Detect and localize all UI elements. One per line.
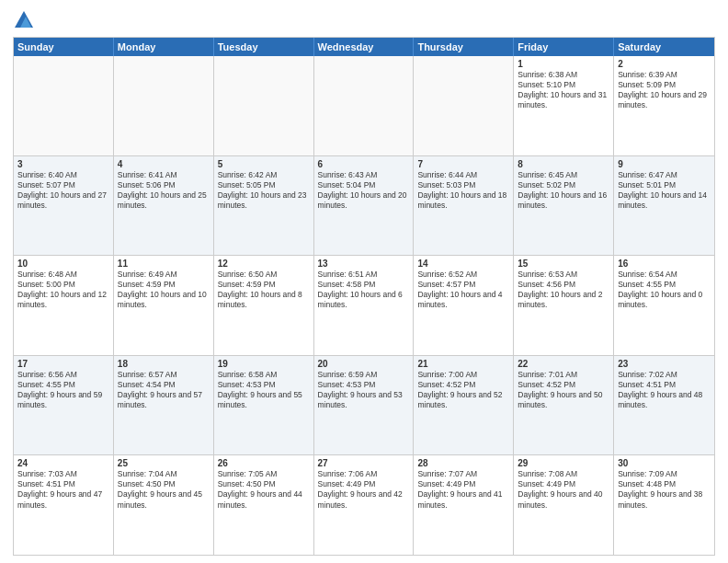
day-info: Sunrise: 7:06 AM Sunset: 4:49 PM Dayligh…: [318, 469, 410, 510]
day-cell: 24Sunrise: 7:03 AM Sunset: 4:51 PM Dayli…: [14, 455, 114, 555]
calendar-row: 24Sunrise: 7:03 AM Sunset: 4:51 PM Dayli…: [14, 454, 714, 555]
day-number: 26: [218, 458, 310, 468]
day-cell: 12Sunrise: 6:50 AM Sunset: 4:59 PM Dayli…: [214, 256, 314, 355]
weekday-header: Friday: [514, 38, 614, 56]
calendar-row: 17Sunrise: 6:56 AM Sunset: 4:55 PM Dayli…: [14, 355, 714, 455]
day-cell: 28Sunrise: 7:07 AM Sunset: 4:49 PM Dayli…: [414, 455, 514, 555]
day-info: Sunrise: 7:08 AM Sunset: 4:49 PM Dayligh…: [518, 469, 609, 510]
calendar-row: 3Sunrise: 6:40 AM Sunset: 5:07 PM Daylig…: [14, 155, 714, 256]
day-cell: 26Sunrise: 7:05 AM Sunset: 4:50 PM Dayli…: [214, 455, 314, 555]
day-number: 30: [618, 458, 711, 468]
day-number: 8: [518, 159, 609, 169]
weekday-header: Tuesday: [214, 38, 314, 56]
day-number: 11: [118, 259, 210, 269]
day-info: Sunrise: 6:58 AM Sunset: 4:53 PM Dayligh…: [218, 370, 310, 410]
day-info: Sunrise: 7:07 AM Sunset: 4:49 PM Dayligh…: [417, 469, 509, 510]
day-cell: 14Sunrise: 6:52 AM Sunset: 4:57 PM Dayli…: [414, 256, 514, 355]
day-cell: 23Sunrise: 7:02 AM Sunset: 4:51 PM Dayli…: [614, 356, 714, 455]
day-cell: 15Sunrise: 6:53 AM Sunset: 4:56 PM Dayli…: [514, 256, 614, 355]
day-number: 22: [518, 359, 609, 369]
day-info: Sunrise: 6:47 AM Sunset: 5:01 PM Dayligh…: [618, 170, 711, 211]
day-number: 16: [618, 259, 711, 269]
day-number: 18: [118, 359, 210, 369]
day-info: Sunrise: 6:41 AM Sunset: 5:06 PM Dayligh…: [118, 170, 210, 211]
weekday-header: Monday: [114, 38, 214, 56]
day-number: 13: [318, 259, 410, 269]
page: SundayMondayTuesdayWednesdayThursdayFrid…: [0, 0, 728, 563]
day-cell: 9Sunrise: 6:47 AM Sunset: 5:01 PM Daylig…: [614, 156, 714, 256]
day-info: Sunrise: 6:40 AM Sunset: 5:07 PM Dayligh…: [17, 170, 109, 211]
day-info: Sunrise: 6:45 AM Sunset: 5:02 PM Dayligh…: [518, 170, 609, 211]
day-number: 29: [518, 458, 609, 468]
day-cell: 8Sunrise: 6:45 AM Sunset: 5:02 PM Daylig…: [514, 156, 614, 256]
empty-cell: [414, 56, 514, 155]
day-number: 9: [618, 159, 711, 169]
day-number: 6: [318, 159, 410, 169]
day-cell: 6Sunrise: 6:43 AM Sunset: 5:04 PM Daylig…: [314, 156, 415, 256]
day-info: Sunrise: 6:59 AM Sunset: 4:53 PM Dayligh…: [318, 370, 410, 410]
day-cell: 13Sunrise: 6:51 AM Sunset: 4:58 PM Dayli…: [314, 256, 415, 355]
day-info: Sunrise: 6:53 AM Sunset: 4:56 PM Dayligh…: [518, 270, 609, 310]
calendar-header: SundayMondayTuesdayWednesdayThursdayFrid…: [14, 38, 714, 56]
day-number: 3: [17, 159, 109, 169]
day-number: 23: [618, 359, 711, 369]
day-number: 20: [318, 359, 410, 369]
day-cell: 7Sunrise: 6:44 AM Sunset: 5:03 PM Daylig…: [414, 156, 514, 256]
day-cell: 22Sunrise: 7:01 AM Sunset: 4:52 PM Dayli…: [514, 356, 614, 455]
day-info: Sunrise: 6:38 AM Sunset: 5:10 PM Dayligh…: [518, 70, 609, 110]
empty-cell: [14, 56, 114, 155]
day-info: Sunrise: 7:09 AM Sunset: 4:48 PM Dayligh…: [618, 469, 711, 510]
day-number: 15: [518, 259, 609, 269]
day-cell: 11Sunrise: 6:49 AM Sunset: 4:59 PM Dayli…: [114, 256, 214, 355]
logo-icon: [13, 9, 35, 31]
day-number: 21: [417, 359, 509, 369]
weekday-header: Wednesday: [314, 38, 415, 56]
weekday-header: Saturday: [614, 38, 714, 56]
day-cell: 2Sunrise: 6:39 AM Sunset: 5:09 PM Daylig…: [614, 56, 714, 155]
day-number: 27: [318, 458, 410, 468]
day-number: 24: [17, 458, 109, 468]
header: [13, 9, 715, 31]
day-info: Sunrise: 6:42 AM Sunset: 5:05 PM Dayligh…: [218, 170, 310, 211]
day-info: Sunrise: 6:51 AM Sunset: 4:58 PM Dayligh…: [318, 270, 410, 310]
day-info: Sunrise: 6:52 AM Sunset: 4:57 PM Dayligh…: [417, 270, 509, 310]
day-info: Sunrise: 7:03 AM Sunset: 4:51 PM Dayligh…: [17, 469, 109, 510]
day-info: Sunrise: 7:00 AM Sunset: 4:52 PM Dayligh…: [417, 370, 509, 410]
calendar-row: 1Sunrise: 6:38 AM Sunset: 5:10 PM Daylig…: [14, 56, 714, 155]
day-info: Sunrise: 6:43 AM Sunset: 5:04 PM Dayligh…: [318, 170, 410, 211]
day-cell: 27Sunrise: 7:06 AM Sunset: 4:49 PM Dayli…: [314, 455, 415, 555]
day-cell: 25Sunrise: 7:04 AM Sunset: 4:50 PM Dayli…: [114, 455, 214, 555]
day-cell: 3Sunrise: 6:40 AM Sunset: 5:07 PM Daylig…: [14, 156, 114, 256]
day-cell: 1Sunrise: 6:38 AM Sunset: 5:10 PM Daylig…: [514, 56, 614, 155]
day-info: Sunrise: 6:54 AM Sunset: 4:55 PM Dayligh…: [618, 270, 711, 310]
day-cell: 20Sunrise: 6:59 AM Sunset: 4:53 PM Dayli…: [314, 356, 415, 455]
day-number: 19: [218, 359, 310, 369]
day-info: Sunrise: 7:05 AM Sunset: 4:50 PM Dayligh…: [218, 469, 310, 510]
day-info: Sunrise: 6:50 AM Sunset: 4:59 PM Dayligh…: [218, 270, 310, 310]
day-info: Sunrise: 7:04 AM Sunset: 4:50 PM Dayligh…: [118, 469, 210, 510]
calendar: SundayMondayTuesdayWednesdayThursdayFrid…: [13, 37, 715, 556]
day-cell: 17Sunrise: 6:56 AM Sunset: 4:55 PM Dayli…: [14, 356, 114, 455]
day-cell: 18Sunrise: 6:57 AM Sunset: 4:54 PM Dayli…: [114, 356, 214, 455]
day-number: 17: [17, 359, 109, 369]
day-info: Sunrise: 7:01 AM Sunset: 4:52 PM Dayligh…: [518, 370, 609, 410]
day-info: Sunrise: 6:48 AM Sunset: 5:00 PM Dayligh…: [17, 270, 109, 310]
logo: [13, 9, 39, 31]
day-info: Sunrise: 6:57 AM Sunset: 4:54 PM Dayligh…: [118, 370, 210, 410]
day-cell: 10Sunrise: 6:48 AM Sunset: 5:00 PM Dayli…: [14, 256, 114, 355]
day-cell: 29Sunrise: 7:08 AM Sunset: 4:49 PM Dayli…: [514, 455, 614, 555]
day-number: 1: [518, 59, 609, 69]
calendar-body: 1Sunrise: 6:38 AM Sunset: 5:10 PM Daylig…: [14, 56, 714, 555]
day-number: 2: [618, 59, 711, 69]
day-cell: 16Sunrise: 6:54 AM Sunset: 4:55 PM Dayli…: [614, 256, 714, 355]
day-number: 5: [218, 159, 310, 169]
day-info: Sunrise: 6:49 AM Sunset: 4:59 PM Dayligh…: [118, 270, 210, 310]
day-info: Sunrise: 6:44 AM Sunset: 5:03 PM Dayligh…: [417, 170, 509, 211]
day-info: Sunrise: 6:39 AM Sunset: 5:09 PM Dayligh…: [618, 70, 711, 110]
day-number: 7: [417, 159, 509, 169]
weekday-header: Thursday: [414, 38, 514, 56]
day-info: Sunrise: 6:56 AM Sunset: 4:55 PM Dayligh…: [17, 370, 109, 410]
empty-cell: [214, 56, 314, 155]
day-cell: 30Sunrise: 7:09 AM Sunset: 4:48 PM Dayli…: [614, 455, 714, 555]
weekday-header: Sunday: [14, 38, 114, 56]
